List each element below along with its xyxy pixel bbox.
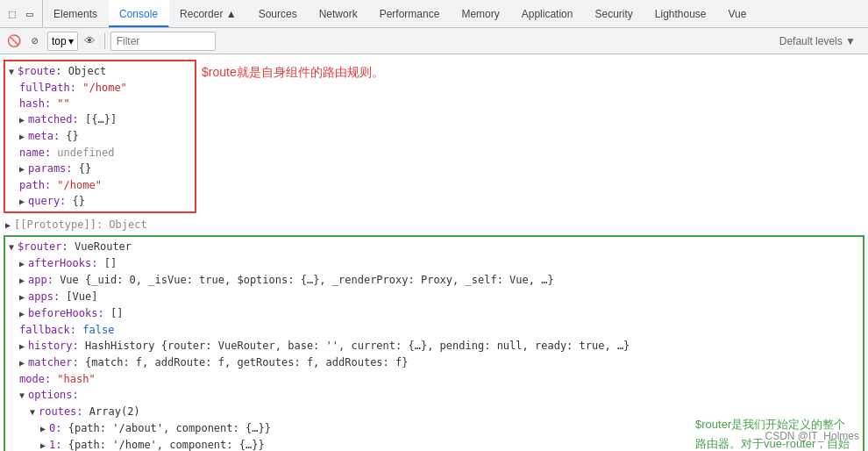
- options-row: options:: [9, 387, 859, 404]
- tab-memory[interactable]: Memory: [451, 0, 510, 27]
- fallback-row: fallback: false: [9, 322, 859, 338]
- route-box: $route : Object fullPath: "/home" hash: …: [4, 60, 196, 213]
- route-title-row: $route : Object: [9, 63, 191, 80]
- tab-application[interactable]: Application: [511, 0, 585, 27]
- router-box: $router : VueRouter afterHooks: [] app: …: [4, 235, 864, 451]
- afterhooks-row: afterHooks: []: [9, 255, 859, 272]
- route-title: $route: [18, 63, 55, 79]
- tab-recorder[interactable]: Recorder ▲: [169, 0, 248, 27]
- query-arrow[interactable]: [19, 194, 28, 210]
- hash-row: hash: "": [9, 96, 191, 111]
- query-row: query: {}: [9, 193, 191, 210]
- top-selector[interactable]: top ▾: [47, 32, 78, 51]
- clear-icon[interactable]: 🚫: [5, 32, 23, 50]
- tab-performance[interactable]: Performance: [369, 0, 452, 27]
- eye-icon[interactable]: 👁: [82, 32, 99, 50]
- toolbar: 🚫 ⊘ top ▾ 👁 Default levels ▼: [0, 28, 868, 54]
- app-row: app: Vue {_uid: 0, _isVue: true, $option…: [9, 272, 859, 289]
- tab-icons: ⬚ ▭: [0, 0, 43, 27]
- dropdown-arrow: ▾: [68, 35, 74, 47]
- meta-row: meta: {}: [9, 128, 191, 145]
- inspect-icon[interactable]: ⬚: [5, 7, 19, 21]
- divider: [104, 33, 105, 49]
- router-title: $router: [18, 239, 62, 254]
- tab-console[interactable]: Console: [109, 0, 169, 27]
- filter-input[interactable]: [110, 32, 216, 51]
- apps-row: apps: [Vue]: [9, 289, 859, 305]
- params-row: params: {}: [9, 161, 191, 177]
- route-colon: : Object: [55, 63, 106, 79]
- default-levels-label[interactable]: Default levels ▼: [779, 35, 863, 47]
- tab-network[interactable]: Network: [309, 0, 369, 27]
- router-arrow[interactable]: [9, 240, 18, 255]
- mode-row: mode: "hash": [9, 371, 859, 387]
- route-annotation: $route就是自身组件的路由规则。: [202, 63, 384, 82]
- console-area: $route就是自身组件的路由规则。 $route : Object fullP…: [0, 54, 868, 451]
- matcher-row: matcher: {match: f, addRoute: f, getRout…: [9, 354, 859, 371]
- matched-arrow[interactable]: [19, 112, 28, 128]
- beforehooks-row: beforeHooks: []: [9, 305, 859, 322]
- history-row: history: HashHistory {router: VueRouter,…: [9, 338, 859, 354]
- tab-lighthouse[interactable]: Lighthouse: [644, 0, 718, 27]
- stop-icon[interactable]: ⊘: [26, 32, 44, 50]
- params-arrow[interactable]: [19, 161, 28, 177]
- top-label: top: [52, 35, 67, 47]
- path-row: path: "/home": [9, 177, 191, 193]
- tab-sources[interactable]: Sources: [248, 0, 309, 27]
- tab-vue[interactable]: Vue: [718, 0, 758, 27]
- watermark: CSDN @IT_Holmes: [765, 430, 859, 442]
- meta-arrow[interactable]: [19, 129, 28, 145]
- rows-area: $route : Object fullPath: "/home" hash: …: [0, 56, 868, 451]
- matched-row: matched: [{…}]: [9, 111, 191, 128]
- device-icon[interactable]: ▭: [23, 7, 37, 21]
- route-arrow[interactable]: [9, 64, 18, 80]
- prototype-between: [[Prototype]]: Object: [2, 217, 868, 233]
- tab-security[interactable]: Security: [584, 0, 644, 27]
- tab-elements[interactable]: Elements: [43, 0, 109, 27]
- name-row: name: undefined: [9, 145, 191, 161]
- fullpath-row: fullPath: "/home": [9, 80, 191, 96]
- router-title-row: $router : VueRouter: [9, 239, 859, 255]
- tab-bar: ⬚ ▭ Elements Console Recorder ▲ Sources …: [0, 0, 868, 28]
